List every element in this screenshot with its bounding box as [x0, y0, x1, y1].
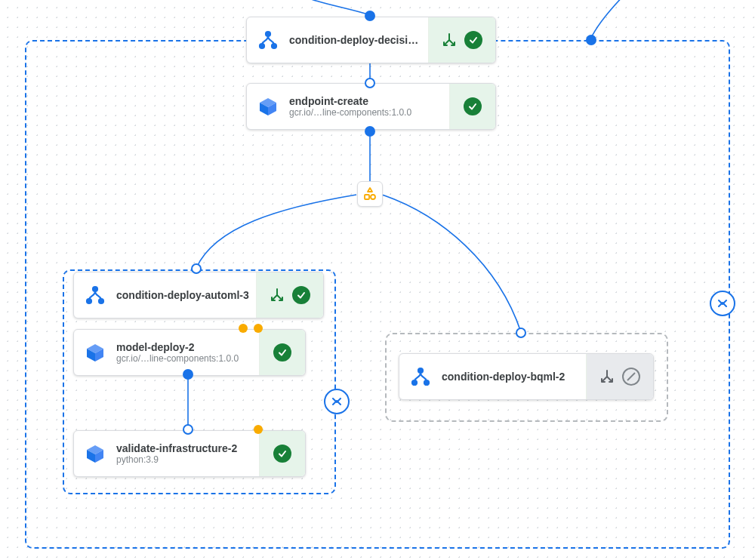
status-success-icon — [292, 286, 310, 304]
node-subtitle: gcr.io/…line-components:1.0.0 — [116, 353, 254, 364]
expand-icon[interactable] — [270, 288, 285, 303]
expand-icon[interactable] — [442, 32, 457, 48]
node-title: condition-deploy-automl-3 — [116, 289, 251, 301]
node-subtitle: gcr.io/…line-components:1.0.0 — [289, 107, 445, 118]
node-title: condition-deploy-bqml-2 — [442, 371, 581, 383]
node-condition-deploy-bqml[interactable]: condition-deploy-bqml-2 — [399, 353, 654, 400]
port — [183, 424, 193, 435]
node-condition-deploy-decision[interactable]: condition-deploy-decisio… — [246, 17, 496, 63]
status-success-icon — [464, 97, 482, 115]
expand-icon[interactable] — [599, 369, 615, 384]
artifact-dot[interactable] — [254, 425, 263, 434]
status-skipped-icon — [622, 368, 640, 386]
port — [365, 78, 375, 88]
branch-icon — [85, 285, 106, 306]
node-title: condition-deploy-decisio… — [289, 34, 424, 46]
artifact-dot[interactable] — [254, 324, 263, 333]
port — [365, 11, 375, 21]
svg-rect-0 — [365, 195, 369, 199]
port — [586, 35, 596, 45]
cube-icon — [257, 96, 279, 117]
node-title: endpoint-create — [289, 95, 445, 107]
node-endpoint-create[interactable]: endpoint-create gcr.io/…line-components:… — [246, 83, 496, 130]
node-subtitle: python:3.9 — [116, 454, 254, 465]
port — [183, 369, 193, 380]
shapes-icon — [362, 186, 378, 202]
svg-point-1 — [371, 195, 375, 199]
cube-icon — [85, 342, 106, 363]
node-validate-infrastructure[interactable]: validate-infrastructure-2 python:3.9 — [73, 430, 306, 477]
status-success-icon — [273, 343, 291, 362]
cube-icon — [85, 443, 106, 464]
port — [516, 328, 526, 338]
branch-hub[interactable] — [357, 181, 383, 207]
artifact-dot[interactable] — [239, 324, 248, 333]
status-success-icon — [464, 31, 482, 49]
port — [191, 263, 202, 274]
collapse-toggle-outer-group[interactable] — [710, 291, 735, 316]
status-success-icon — [273, 445, 291, 463]
branch-icon — [257, 29, 279, 51]
node-title: model-deploy-2 — [116, 341, 254, 353]
branch-icon — [410, 366, 431, 387]
node-title: validate-infrastructure-2 — [116, 442, 254, 454]
svg-line-11 — [627, 373, 635, 380]
port — [365, 126, 375, 137]
collapse-toggle-automl-group[interactable] — [324, 389, 350, 414]
node-condition-deploy-automl[interactable]: condition-deploy-automl-3 — [73, 272, 324, 318]
pipeline-graph-canvas[interactable]: { "graph": { "nodes": { "decision": { "t… — [0, 0, 755, 560]
